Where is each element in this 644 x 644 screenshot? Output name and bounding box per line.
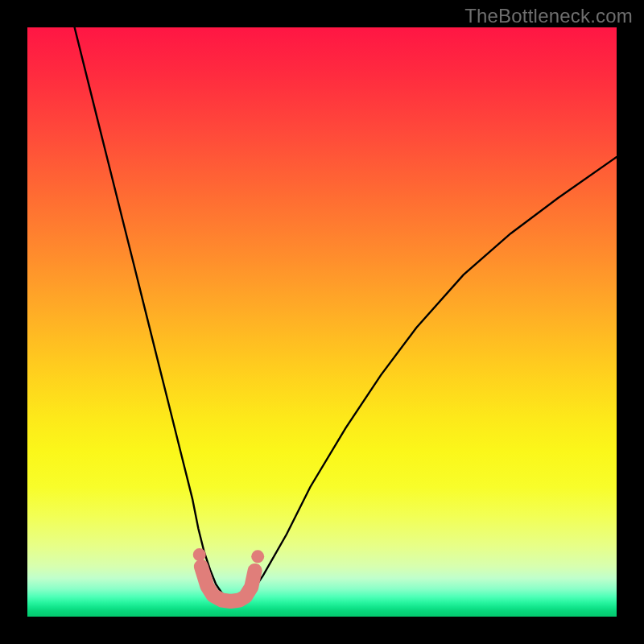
chart-frame: TheBottleneck.com: [0, 0, 644, 644]
highlight-dot: [193, 548, 206, 561]
watermark-text: TheBottleneck.com: [464, 5, 633, 27]
plot-area: [27, 27, 617, 617]
highlight-band: [201, 567, 255, 601]
curve-layer: [27, 27, 617, 617]
highlight-dot: [251, 550, 264, 563]
bottleneck-curve: [75, 27, 617, 602]
